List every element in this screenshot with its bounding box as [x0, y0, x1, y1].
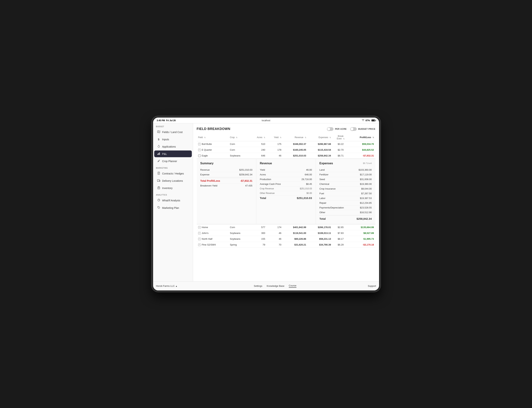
field-name-bull-butte: Bull Butte: [202, 143, 212, 145]
acres-cell: 510: [249, 141, 267, 147]
svg-marker-0: [158, 130, 160, 133]
ipad-frame: 3:45 PM Fri Jul 26 localhost 87% BUDGET: [152, 116, 381, 292]
sort-icon-crop[interactable]: ⇅: [236, 136, 237, 138]
exp-payments-value: $23,528.55: [360, 206, 372, 209]
sort-icon-field[interactable]: ⇅: [204, 136, 206, 138]
sort-icon-expenses[interactable]: ⇅: [330, 136, 331, 138]
sidebar-item-inputs[interactable]: $ Inputs: [154, 136, 192, 143]
main-content: FIELD BREAKDOWN PER ACRE BUDGET PRICE: [193, 123, 379, 290]
exp-fuel-value: $7,267.50: [361, 192, 372, 195]
th-acres: Acres ⇅: [249, 134, 267, 141]
table-row: + Home Corn 577 174 $401,842.99 $266,178…: [197, 224, 375, 230]
sidebar-item-applications[interactable]: Applications: [154, 143, 192, 150]
expand-icon-e-quarter[interactable]: +: [198, 149, 201, 151]
rev-acres-value: 646.00: [305, 173, 312, 176]
sidebar-item-what-if[interactable]: What/If Analysis: [154, 197, 192, 204]
expenses-cell: $286,967.68: [308, 141, 332, 147]
th-field: Field ⇅: [197, 134, 228, 141]
bottom-bar: Horob Farms LLC ▲ Settings Knowledge Bas…: [153, 281, 379, 290]
leaf-icon: [157, 159, 160, 163]
crop-cell: Corn: [228, 147, 249, 153]
svg-rect-14: [158, 187, 160, 189]
exp-chemical-label: Chemical: [319, 183, 329, 185]
yield-cell: 174: [267, 224, 283, 230]
tag-icon: [157, 206, 160, 210]
dollar-icon: $: [157, 138, 160, 141]
summary-breakeven-label: Breakeven Yield: [200, 184, 217, 187]
expenses-title: Expenses $8.71/unit: [319, 162, 372, 165]
support-link[interactable]: Support: [362, 285, 376, 287]
exp-seed-value: $31,008.00: [360, 178, 372, 181]
yield-cell: 46: [267, 153, 283, 159]
field-name-eagle: Eagle: [202, 154, 208, 157]
exp-fertilizer-label: Fertilizer: [319, 173, 329, 176]
svg-rect-4: [158, 153, 159, 155]
pl-cell: -$7,832.31: [349, 153, 375, 159]
exp-seed-row: Seed $31,008.00: [319, 177, 372, 182]
expand-icon-bull-butte[interactable]: +: [198, 143, 201, 145]
knowledge-base-link[interactable]: Knowledge Base: [267, 285, 284, 287]
exp-crop-ins-value: $9,044.00: [361, 187, 372, 190]
status-bar: 3:45 PM Fri Jul 26 localhost 87%: [153, 118, 379, 123]
exp-labor-value: $19,387.53: [360, 197, 372, 200]
summary-revenue-value: $251,010.03: [239, 169, 252, 171]
acres-cell: 646: [249, 153, 267, 159]
sidebar-item-marketing-plan[interactable]: Marketing Plan: [154, 204, 192, 211]
sidebar-item-fields-land-cost[interactable]: Fields / Land Cost: [154, 128, 192, 136]
farm-name-container[interactable]: Horob Farms LLC ▲: [156, 285, 189, 287]
sidebar-item-inventory[interactable]: Inventory: [154, 185, 192, 192]
sort-icon-acres[interactable]: ⇅: [264, 136, 265, 138]
sidebar-item-contracts-hedges[interactable]: Contracts / Hedges: [154, 170, 192, 177]
break-even-cell: $2.65: [332, 224, 349, 230]
toggle-budget-price[interactable]: BUDGET PRICE: [350, 127, 375, 131]
expand-icon-home[interactable]: +: [198, 226, 201, 229]
farm-name: Horob Farms LLC: [156, 285, 175, 287]
exp-total-value: $258,842.34: [357, 217, 372, 220]
rev-crop-revenue-value: $251,010.03: [300, 187, 312, 190]
sidebar-item-pl[interactable]: P&L: [154, 151, 192, 157]
th-expenses: Expenses ⇅: [308, 134, 332, 141]
sidebar-item-delivery-locations[interactable]: Delivery Locations: [154, 177, 192, 184]
summary-total-pl-value: -$7,832.31: [240, 179, 252, 182]
sort-icon-revenue[interactable]: ⇅: [305, 136, 306, 138]
summary-expense-label: Expense: [200, 173, 210, 176]
sidebar-label-inventory: Inventory: [162, 187, 173, 190]
expenses-unit: $8.71/unit: [363, 162, 372, 164]
break-even-cell: $6.29: [332, 242, 349, 248]
revenue-cell: $160,245.05: [283, 147, 308, 153]
toggle-per-acre[interactable]: PER ACRE: [327, 127, 347, 131]
sidebar-label-inputs: Inputs: [162, 138, 169, 141]
field-cell: + John's: [197, 230, 228, 236]
field-cell: + North Half: [197, 236, 228, 242]
field-cell: + Bull Butte: [197, 141, 228, 147]
expenses-cell: $34,790.39: [308, 242, 332, 248]
sort-icon-break-even[interactable]: ⇅: [343, 138, 345, 140]
course-link[interactable]: Course: [289, 284, 296, 288]
rev-yield-value: 46.00: [306, 169, 312, 171]
table-row: + Pine S2/SW4 Spring 79 70 $31,620.21 $3…: [197, 242, 375, 248]
sidebar-item-crop-planner[interactable]: Crop Planner: [154, 158, 192, 165]
exp-fertilizer-row: Fertilizer $17,119.00: [319, 172, 372, 177]
sort-icon-yield[interactable]: ⇅: [280, 136, 281, 138]
expand-icon-eagle[interactable]: −: [198, 154, 201, 157]
field-name-e-quarter: E Quarter: [202, 148, 212, 151]
pl-cell: $1,995.73: [349, 236, 375, 242]
expenses-panel: Expenses $8.71/unit Land $103,360.00 Fer…: [316, 159, 375, 224]
sort-icon-pl[interactable]: ⇅: [373, 136, 374, 138]
break-even-cell: $3.22: [332, 141, 349, 147]
exp-chemical-value: $19,380.00: [360, 183, 372, 185]
revenue-cell: $116,541.00: [283, 230, 308, 236]
app-layout: BUDGET Fields / Land Cost $ Inputs: [153, 123, 379, 290]
toggle-budget-price-switch[interactable]: [350, 127, 357, 131]
revenue-title: Revenue: [260, 162, 312, 165]
expand-icon-north-half[interactable]: +: [198, 238, 201, 240]
toggle-per-acre-switch[interactable]: [327, 127, 333, 131]
field-name-north-half: North Half: [202, 238, 213, 240]
expand-icon-pine[interactable]: +: [198, 244, 201, 246]
expand-icon-johns[interactable]: +: [198, 232, 201, 234]
exp-total-row: Total $258,842.34: [319, 216, 372, 221]
settings-link[interactable]: Settings: [254, 285, 262, 287]
svg-point-13: [159, 181, 160, 182]
rev-other-label: Other Revenue: [260, 192, 275, 195]
revenue-cell: $31,620.21: [283, 242, 308, 248]
